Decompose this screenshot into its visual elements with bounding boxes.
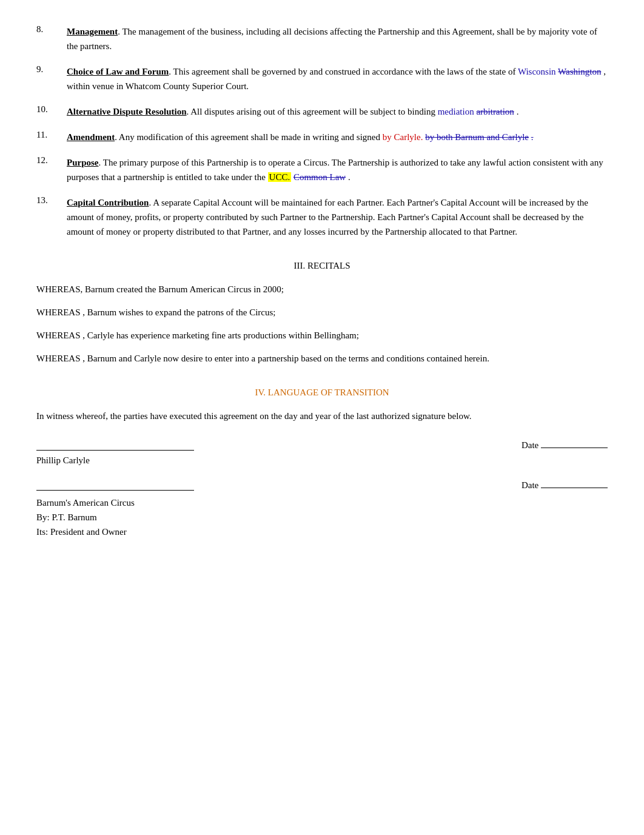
date-line-2: Date <box>522 480 608 491</box>
recital-2: WHEREAS , Barnum wishes to expand the pa… <box>36 305 608 320</box>
section-num-13: 13. <box>36 195 67 239</box>
deleted-part-11: by both Barnum and Carlyle <box>425 132 529 142</box>
section-body-pre-11: Any modification of this agreement shall… <box>119 132 380 142</box>
word-inserted-10: mediation <box>438 107 474 116</box>
section-body-post-10: . <box>517 107 519 116</box>
section-num-12: 12. <box>36 155 67 184</box>
section-10: 10. Alternative Dispute Resolution. All … <box>36 104 608 119</box>
section-content-11: Amendment. Any modification of this agre… <box>67 130 608 144</box>
section-13: 13. Capital Contribution. A separate Cap… <box>36 195 608 239</box>
section-num-9: 9. <box>36 64 67 93</box>
word-deleted2-12: Common Law <box>293 172 346 182</box>
state-deleted: Washington <box>558 67 601 76</box>
section-body-pre-10: All disputes arising out of this agreeme… <box>190 107 435 116</box>
section-content-8: Management. The management of the busine… <box>67 24 608 53</box>
sig-name-1: Phillip Carlyle <box>36 455 608 466</box>
date-underline-1 <box>541 448 608 448</box>
sig-line-1 <box>36 440 194 451</box>
word-deleted-10: arbitration <box>476 107 514 116</box>
section-11: 11. Amendment. Any modification of this … <box>36 130 608 144</box>
barnum-block: Barnum's American Circus By: P.T. Barnum… <box>36 495 608 539</box>
barnum-name-line2: By: P.T. Barnum <box>36 510 608 525</box>
section-content-9: Choice of Law and Forum. This agreement … <box>67 64 608 93</box>
section-content-12: Purpose. The primary purpose of this Par… <box>67 155 608 184</box>
recital-4: WHEREAS , Barnum and Carlyle now desire … <box>36 351 608 366</box>
section-8: 8. Management. The management of the bus… <box>36 24 608 53</box>
section-iv-heading: IV. LANGUAGE OF TRANSITION <box>36 387 608 398</box>
recital-3: WHEREAS , Carlyle has experience marketi… <box>36 328 608 343</box>
section-9: 9. Choice of Law and Forum. This agreeme… <box>36 64 608 93</box>
recitals-block: WHEREAS, Barnum created the Barnum Ameri… <box>36 282 608 366</box>
recital-1: WHEREAS, Barnum created the Barnum Ameri… <box>36 282 608 297</box>
date-underline-2 <box>541 488 608 488</box>
section-num-10: 10. <box>36 104 67 119</box>
section-title-8: Management <box>67 27 118 36</box>
section-title-10: Alternative Dispute Resolution <box>67 107 187 116</box>
section-content-10: Alternative Dispute Resolution. All disp… <box>67 104 608 119</box>
section-12: 12. Purpose. The primary purpose of this… <box>36 155 608 184</box>
section-body-8: The management of the business, includin… <box>67 27 597 51</box>
date-line-1: Date <box>522 440 608 451</box>
section-title-12: Purpose <box>67 158 99 167</box>
section-title-11: Amendment <box>67 132 115 142</box>
section-title-13: Capital Contribution <box>67 198 149 207</box>
inserted-part-11: by Carlyle. <box>383 132 423 142</box>
state-inserted: Wisconsin <box>518 67 556 76</box>
witness-paragraph: In witness whereof, the parties have exe… <box>36 409 608 423</box>
signature-block-1: Date <box>36 440 608 451</box>
section-body-post2-12: . <box>348 172 351 182</box>
word-highlight-12: UCC. <box>268 172 292 182</box>
section-num-11: 11. <box>36 130 67 144</box>
section-num-8: 8. <box>36 24 67 53</box>
section-title-9: Choice of Law and Forum <box>67 67 169 76</box>
signature-block-2: Date <box>36 480 608 491</box>
section-body-pre-9: This agreement shall be governed by and … <box>173 67 516 76</box>
section-iii-heading: III. RECITALS <box>36 261 608 271</box>
deleted-dot-11: . <box>531 132 534 142</box>
barnum-name-line1: Barnum's American Circus <box>36 495 608 510</box>
sig-line-2 <box>36 480 194 491</box>
barnum-name-line3: Its: President and Owner <box>36 525 608 539</box>
section-content-13: Capital Contribution. A separate Capital… <box>67 195 608 239</box>
